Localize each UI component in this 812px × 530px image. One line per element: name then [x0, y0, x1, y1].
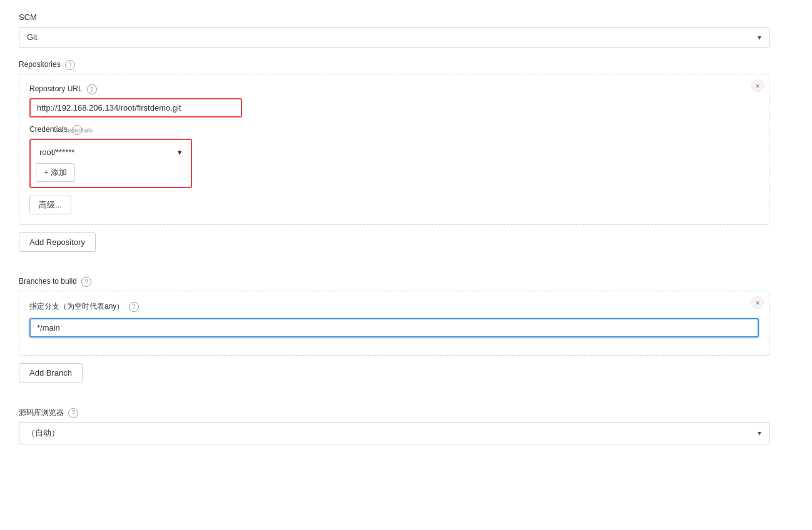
- add-repository-button[interactable]: Add Repository: [19, 232, 96, 252]
- credentials-chevron-icon: ▾: [178, 148, 182, 157]
- branch-specifier-label: 指定分支（为空时代表any） ?: [29, 301, 759, 312]
- branch-specifier-field: 指定分支（为空时代表any） ?: [29, 301, 759, 338]
- source-browser-dropdown[interactable]: （自动） ▾: [19, 422, 769, 444]
- branches-help-icon[interactable]: ?: [81, 277, 91, 287]
- source-browser-label: 源码库浏览器 ?: [19, 408, 793, 418]
- credentials-label: Credentials Credentials: [29, 125, 759, 135]
- page-container: SCM Git ▾ Repositories ? × Repository UR…: [0, 0, 812, 530]
- repository-url-label: Repository URL ?: [29, 84, 759, 94]
- repository-url-help-icon[interactable]: ?: [87, 84, 97, 94]
- scm-selected-value: Git: [27, 32, 38, 42]
- source-browser-selected: （自动）: [27, 428, 59, 439]
- repository-url-input[interactable]: [29, 98, 242, 118]
- repository-entry: × Repository URL ? Credentials Credentia…: [19, 74, 769, 225]
- credentials-help-icon[interactable]: Credentials: [72, 125, 82, 135]
- source-browser-section: 源码库浏览器 ? （自动） ▾: [19, 408, 793, 444]
- repositories-label: Repositories ?: [19, 60, 793, 70]
- advanced-section: 高级...: [29, 196, 759, 214]
- repository-url-field: Repository URL ?: [29, 84, 759, 118]
- repositories-help-icon[interactable]: ?: [65, 60, 75, 70]
- scm-section: SCM Git ▾: [19, 12, 793, 48]
- scm-dropdown[interactable]: Git ▾: [19, 27, 769, 48]
- branch-remove-button[interactable]: ×: [751, 296, 764, 309]
- scm-label: SCM: [19, 12, 793, 22]
- repository-remove-button[interactable]: ×: [751, 79, 764, 92]
- credentials-field: Credentials Credentials root/****** ▾ + …: [29, 125, 759, 188]
- branch-specifier-help-icon[interactable]: ?: [129, 302, 139, 312]
- repositories-section: Repositories ? × Repository URL ? Creden…: [19, 60, 793, 264]
- add-branch-button[interactable]: Add Branch: [19, 363, 83, 382]
- credentials-dropdown[interactable]: root/****** ▾: [36, 145, 186, 159]
- source-browser-chevron-icon: ▾: [758, 429, 761, 438]
- advanced-button[interactable]: 高级...: [29, 196, 71, 214]
- branches-label: Branches to build ?: [19, 277, 793, 287]
- credentials-selected-value: root/******: [39, 148, 74, 157]
- branch-entry: × 指定分支（为空时代表any） ?: [19, 291, 769, 356]
- credentials-add-button[interactable]: + 添加: [36, 163, 75, 182]
- branches-section: Branches to build ? × 指定分支（为空时代表any） ? A…: [19, 277, 793, 395]
- scm-chevron-icon: ▾: [758, 33, 761, 42]
- source-browser-help-icon[interactable]: ?: [68, 408, 78, 418]
- branch-specifier-input-full[interactable]: [29, 318, 759, 338]
